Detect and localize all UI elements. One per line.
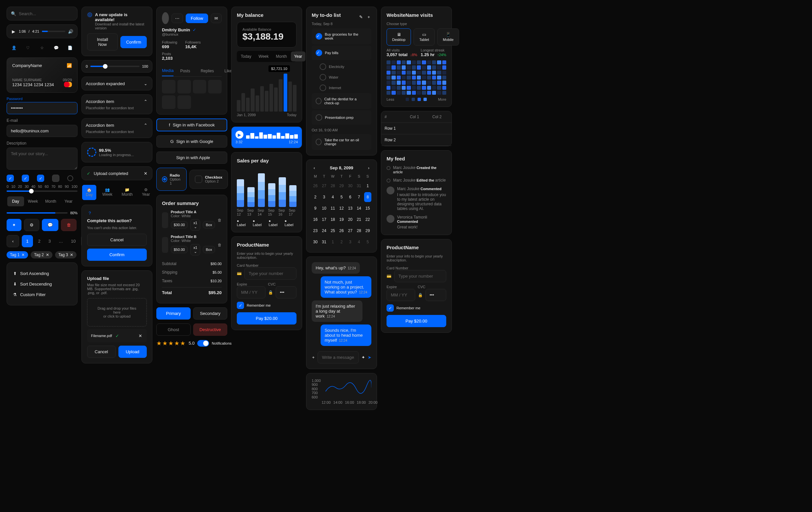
cal-day[interactable]: 31 xyxy=(355,181,362,191)
seg-month[interactable]: Month xyxy=(273,52,290,61)
todo-item[interactable]: ✓Pay bills xyxy=(312,46,371,60)
add-icon[interactable]: + xyxy=(366,15,371,20)
cal-day[interactable]: 28 xyxy=(355,226,362,236)
radio-input[interactable] xyxy=(162,176,167,182)
cal-day[interactable]: 27 xyxy=(347,226,354,236)
seg-week[interactable]: Week xyxy=(255,52,272,61)
dropzone[interactable]: Drag and drop your files here or click t… xyxy=(87,298,147,326)
play-icon[interactable]: ▶ xyxy=(11,29,16,34)
check-icon[interactable]: ✓ xyxy=(316,33,322,39)
edit-icon[interactable]: ✎ xyxy=(358,15,364,20)
todo-item[interactable]: Water xyxy=(312,72,371,83)
comment-button[interactable]: 💬 xyxy=(42,219,58,231)
todo-item[interactable]: ✓Buy groceries for the week xyxy=(312,28,371,44)
user-icon[interactable]: 👤 xyxy=(7,43,21,53)
check-icon[interactable] xyxy=(320,63,326,70)
check-icon[interactable] xyxy=(320,84,326,91)
cal-day[interactable]: 19 xyxy=(338,215,345,224)
seg-year[interactable]: Year xyxy=(60,196,77,206)
accordion-item-2[interactable]: Accordion item⌃ Placeholder for accordio… xyxy=(82,118,152,138)
page-1[interactable]: 1 xyxy=(22,235,33,247)
checkbox-option[interactable]: CheckboxOption 2 xyxy=(189,170,228,189)
cal-day[interactable]: 29 xyxy=(364,226,371,236)
cal-day[interactable]: 30 xyxy=(347,181,354,191)
cal-day[interactable]: 3 xyxy=(320,192,327,202)
cal-prev[interactable]: ‹ xyxy=(312,165,317,170)
media-thumb[interactable] xyxy=(177,80,191,93)
send-icon[interactable]: ➤ xyxy=(368,355,371,360)
expire-input[interactable] xyxy=(237,286,265,298)
cal-next[interactable]: › xyxy=(366,165,371,170)
cal-day[interactable]: 24 xyxy=(320,226,327,236)
ghost-button[interactable]: Ghost xyxy=(156,324,191,336)
mail-icon[interactable]: ✉ xyxy=(211,14,222,23)
cal-day[interactable]: 31 xyxy=(320,237,327,247)
cancel-button[interactable]: Cancel xyxy=(87,234,147,246)
seg-year[interactable]: Year xyxy=(291,52,306,61)
cal-day[interactable]: 10 xyxy=(320,203,327,213)
cal-day[interactable]: 27 xyxy=(320,181,327,191)
card-input[interactable] xyxy=(394,270,446,282)
qty-select[interactable]: x1 ⌄ xyxy=(190,219,200,231)
media-thumb[interactable] xyxy=(162,80,175,93)
trash-icon[interactable]: 🗑 xyxy=(218,218,222,223)
media-thumb[interactable] xyxy=(177,96,191,109)
cal-day[interactable]: 20 xyxy=(347,215,354,224)
check-icon[interactable] xyxy=(320,74,326,81)
cal-day[interactable]: 25 xyxy=(329,226,337,236)
signin-apple[interactable]: Sign in with Apple xyxy=(156,152,227,164)
cal-day[interactable]: 18 xyxy=(329,215,337,224)
search-bar[interactable]: 🔍 xyxy=(7,7,78,21)
tab-media[interactable]: Media xyxy=(162,65,173,76)
cal-day[interactable]: 4 xyxy=(355,237,362,247)
player-seek[interactable] xyxy=(42,31,65,32)
close-icon[interactable]: ✕ xyxy=(22,252,25,257)
email-input[interactable] xyxy=(7,125,78,137)
check-1[interactable]: ✓ xyxy=(7,174,14,182)
nav-month[interactable]: 📁Month xyxy=(118,185,136,200)
check-icon[interactable]: ✓ xyxy=(316,50,322,56)
cal-day[interactable]: 5 xyxy=(338,192,345,202)
cal-day[interactable]: 12 xyxy=(338,203,345,213)
type-desktop[interactable]: 🖥Desktop xyxy=(386,28,411,46)
tab-posts[interactable]: Posts xyxy=(176,66,194,76)
cal-day[interactable]: 13 xyxy=(347,203,354,213)
cal-day[interactable]: 23 xyxy=(312,226,319,236)
signin-google[interactable]: GSign in with Google xyxy=(156,135,227,147)
cal-day[interactable]: 7 xyxy=(355,192,362,202)
expire-input[interactable] xyxy=(386,289,415,301)
star-icon[interactable]: ☆ xyxy=(35,43,49,53)
media-thumb[interactable] xyxy=(162,96,175,109)
password-input[interactable] xyxy=(7,102,78,114)
chat-input[interactable] xyxy=(318,351,359,363)
cal-day[interactable]: 3 xyxy=(347,237,354,247)
follow-button[interactable]: Follow xyxy=(186,14,208,23)
volume-icon[interactable]: 🔊 xyxy=(68,29,73,34)
chat-icon[interactable]: 💬 xyxy=(50,43,63,53)
cal-day[interactable]: 1 xyxy=(364,181,371,191)
nav-week[interactable]: 👥Week xyxy=(99,185,115,200)
todo-item[interactable]: Call the dentist for a check-up xyxy=(312,93,371,109)
signin-facebook[interactable]: fSign in with Facebook xyxy=(156,118,227,131)
tag-3[interactable]: Tag 3 ✕ xyxy=(55,251,77,259)
page-prev[interactable]: ‹ xyxy=(7,235,19,247)
nav-year[interactable]: ⚙Year xyxy=(139,185,153,200)
check-3[interactable]: ✓ xyxy=(37,174,44,182)
seg-today[interactable]: Today xyxy=(237,52,255,61)
qty-select[interactable]: x1 ⌄ xyxy=(190,244,200,255)
cal-day[interactable]: 2 xyxy=(338,237,345,247)
audio-sparkline[interactable]: ▶ 3:3212:24 xyxy=(231,127,302,148)
cvc-input[interactable] xyxy=(276,286,297,298)
secondary-button[interactable]: Secondary xyxy=(193,307,228,320)
destructive-button[interactable]: Destructive xyxy=(193,324,228,336)
remember-check[interactable]: ✓ xyxy=(386,304,394,312)
page-10[interactable]: 10 xyxy=(68,235,78,247)
cal-day[interactable]: 26 xyxy=(338,226,345,236)
more-icon[interactable]: ⋯ xyxy=(172,14,183,23)
range-slider-multi[interactable]: ✓ ✓ ✓ 0102030405060708090100 xyxy=(7,174,78,192)
pay-button[interactable]: Pay $20.00 xyxy=(237,312,296,324)
cancel-button[interactable]: Cancel xyxy=(87,346,116,358)
pay-button[interactable]: Pay $20.00 xyxy=(386,315,446,327)
cal-day[interactable]: 29 xyxy=(338,181,345,191)
checkbox-input[interactable] xyxy=(195,176,202,183)
